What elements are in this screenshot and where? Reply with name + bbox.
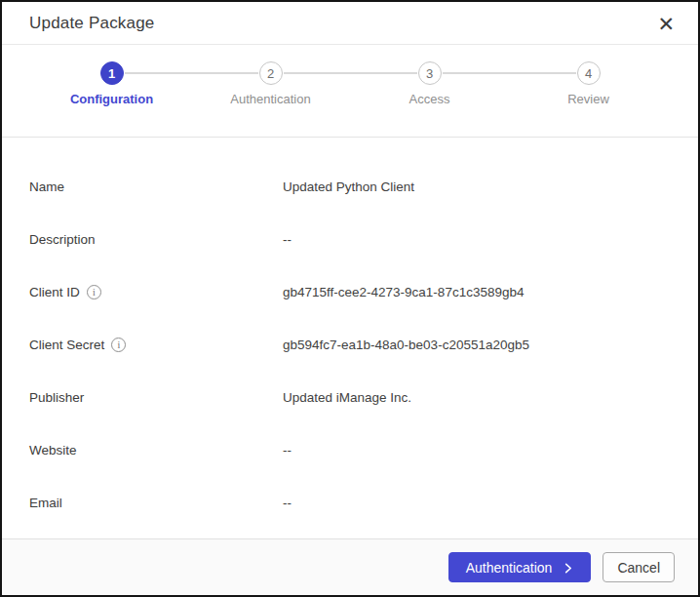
step-authentication[interactable]: 2 Authentication [191,61,350,106]
dialog-header: Update Package ✕ [2,2,698,45]
step-2-circle: 2 [259,61,283,85]
step-4-circle: 4 [577,61,601,85]
client-id-value: gb4715ff-cee2-4273-9ca1-87c1c3589gb4 [283,285,524,299]
info-icon[interactable]: i [111,338,126,352]
step-review[interactable]: 4 Review [509,61,668,106]
description-label: Description [29,232,283,247]
row-description: Description -- [29,213,671,265]
step-1-circle: 1 [100,61,124,85]
row-website: Website -- [29,423,671,476]
publisher-value: Updated iManage Inc. [283,390,411,405]
website-label: Website [29,443,283,458]
step-3-circle: 3 [418,61,442,85]
row-client-id: Client ID i gb4715ff-cee2-4273-9ca1-87c1… [29,265,671,318]
client-secret-value: gb594fc7-ea1b-48a0-be03-c20551a20gb5 [283,338,529,352]
cancel-button[interactable]: Cancel [603,552,675,582]
chevron-right-icon [563,563,573,574]
dialog-title: Update Package [29,14,155,33]
step-configuration[interactable]: 1 Configuration [32,61,191,106]
dialog-footer: Authentication Cancel [2,538,698,595]
close-icon[interactable]: ✕ [651,11,681,35]
description-value: -- [283,232,292,247]
wizard-stepper-section: 1 Configuration 2 Authentication 3 Acces… [2,45,698,138]
website-value: -- [283,443,292,458]
email-value: -- [283,496,292,510]
step-access[interactable]: 3 Access [350,61,509,106]
step-2-label: Authentication [230,92,310,106]
row-email: Email -- [29,476,671,529]
row-client-secret: Client Secret i gb594fc7-ea1b-48a0-be03-… [29,318,671,371]
info-icon[interactable]: i [87,285,101,299]
publisher-label: Publisher [29,390,283,405]
client-id-label: Client ID i [29,285,283,299]
step-4-label: Review [567,92,609,106]
step-3-label: Access [409,92,450,106]
configuration-summary: Name Updated Python Client Description -… [2,138,698,538]
authentication-next-button[interactable]: Authentication [448,552,592,582]
name-label: Name [29,179,283,194]
client-secret-label: Client Secret i [29,338,283,352]
name-value: Updated Python Client [283,179,414,194]
row-name: Name Updated Python Client [29,160,671,213]
update-package-dialog: Update Package ✕ 1 Configuration 2 Authe… [0,0,700,597]
wizard-stepper: 1 Configuration 2 Authentication 3 Acces… [32,61,668,106]
row-publisher: Publisher Updated iManage Inc. [29,371,671,423]
email-label: Email [29,496,283,510]
step-1-label: Configuration [70,92,153,106]
